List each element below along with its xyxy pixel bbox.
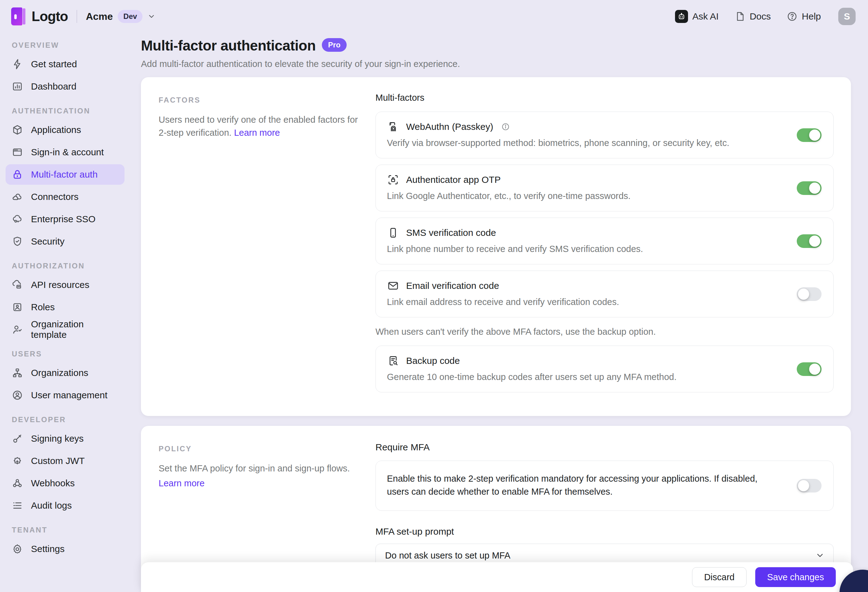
- factor-backup-code: Backup code Generate 10 one-time backup …: [375, 346, 834, 392]
- section-label: AUTHENTICATION: [12, 107, 124, 115]
- user-avatar[interactable]: S: [838, 8, 856, 25]
- section-label: OVERVIEW: [12, 41, 124, 50]
- sidebar-item-security[interactable]: Security: [6, 231, 124, 252]
- sidebar: OVERVIEW Get started Dashboard AUTHENTIC…: [0, 33, 130, 592]
- section-label: DEVELOPER: [12, 415, 124, 424]
- lightning-icon: [12, 59, 23, 70]
- sidebar-item-get-started[interactable]: Get started: [6, 54, 124, 74]
- sidebar-item-dashboard[interactable]: Dashboard: [6, 76, 124, 97]
- factor-description: Link Google Authenticator, etc., to veri…: [387, 191, 784, 201]
- require-mfa-description: Enable this to make 2-step verification …: [387, 472, 778, 498]
- person-check-icon: [12, 324, 23, 335]
- sidebar-item-label: Security: [31, 236, 65, 247]
- help-circle-icon: [787, 11, 797, 22]
- discard-button[interactable]: Discard: [692, 567, 747, 587]
- ask-ai-icon: [675, 10, 688, 23]
- page-header: Multi-factor authenticationPro Add multi…: [141, 37, 851, 69]
- chevron-down-icon: [815, 551, 825, 560]
- factors-card: FACTORS Users need to verify one of the …: [141, 77, 851, 416]
- webauthn-toggle[interactable]: [797, 128, 822, 142]
- sidebar-item-signing-keys[interactable]: Signing keys: [6, 428, 124, 449]
- factor-name: Authenticator app OTP: [406, 175, 500, 185]
- mfa-setup-prompt-label: MFA set-up prompt: [375, 526, 834, 537]
- info-icon[interactable]: [501, 123, 510, 131]
- env-badge: Dev: [118, 10, 143, 23]
- topbar-actions: Ask AI Docs Help S: [675, 8, 856, 25]
- sidebar-item-label: Dashboard: [31, 81, 77, 92]
- sidebar-item-label: Organizations: [31, 368, 88, 378]
- key-icon: [12, 433, 23, 444]
- email-toggle[interactable]: [797, 287, 822, 301]
- sidebar-item-sign-in-account[interactable]: Sign-in & account: [6, 142, 124, 163]
- webhook-icon: [12, 478, 23, 489]
- factor-name: Backup code: [406, 355, 460, 366]
- sidebar-item-organization-template[interactable]: Organization template: [6, 319, 124, 340]
- sidebar-section-users: USERS Organizations User management: [6, 349, 124, 406]
- sidebar-item-label: Roles: [31, 302, 55, 312]
- bar-chart-icon: [12, 81, 23, 92]
- pro-badge: Pro: [322, 38, 347, 52]
- shield-check-icon: [12, 236, 23, 247]
- sidebar-item-label: Multi-factor auth: [31, 169, 97, 180]
- ask-ai-label: Ask AI: [692, 11, 719, 22]
- ask-ai-button[interactable]: Ask AI: [675, 10, 719, 23]
- sidebar-item-user-management[interactable]: User management: [6, 385, 124, 406]
- logo-text: Logto: [32, 9, 68, 24]
- sidebar-item-enterprise-sso[interactable]: Enterprise SSO: [6, 209, 124, 229]
- save-changes-button[interactable]: Save changes: [755, 567, 836, 587]
- sidebar-item-roles[interactable]: Roles: [6, 297, 124, 317]
- factor-description: Link phone number to receive and verify …: [387, 244, 784, 254]
- sidebar-item-label: Sign-in & account: [31, 147, 104, 157]
- sidebar-item-custom-jwt[interactable]: Custom JWT: [6, 451, 124, 471]
- sidebar-item-label: Custom JWT: [31, 456, 84, 466]
- docs-button[interactable]: Docs: [735, 11, 771, 22]
- select-value: Do not ask users to set up MFA: [385, 551, 511, 561]
- factor-name: WebAuthn (Passkey): [406, 121, 493, 132]
- sidebar-item-connectors[interactable]: Connectors: [6, 186, 124, 207]
- list-icon: [12, 500, 23, 511]
- sidebar-section-authorization: AUTHORIZATION API resources Roles Organi…: [6, 262, 124, 340]
- sidebar-item-multi-factor-auth[interactable]: Multi-factor auth: [6, 164, 124, 185]
- policy-learn-more-link[interactable]: Learn more: [159, 477, 204, 490]
- sidebar-item-webhooks[interactable]: Webhooks: [6, 473, 124, 493]
- factor-email: Email verification code Link email addre…: [375, 271, 834, 317]
- factors-card-left: FACTORS Users need to verify one of the …: [159, 91, 375, 399]
- sidebar-section-overview: OVERVIEW Get started Dashboard: [6, 41, 124, 97]
- sidebar-item-label: Get started: [31, 59, 77, 70]
- cube-icon: [12, 124, 23, 135]
- backup-code-toggle[interactable]: [797, 362, 822, 376]
- sidebar-item-api-resources[interactable]: API resources: [6, 275, 124, 295]
- authenticator-otp-toggle[interactable]: [797, 181, 822, 195]
- factor-description: Generate 10 one-time backup codes after …: [387, 372, 784, 382]
- help-button[interactable]: Help: [787, 11, 821, 22]
- main-content: Multi-factor authenticationPro Add multi…: [130, 33, 868, 592]
- lock-icon: [12, 169, 23, 180]
- tenant-selector[interactable]: Acme Dev: [86, 10, 155, 23]
- page-title: Multi-factor authentication: [141, 37, 316, 53]
- sidebar-item-settings[interactable]: Settings: [6, 539, 124, 559]
- factor-authenticator-otp: Authenticator app OTP Link Google Authen…: [375, 164, 834, 212]
- logo[interactable]: Logto: [11, 7, 68, 25]
- sidebar-item-label: API resources: [31, 280, 89, 290]
- sms-toggle[interactable]: [797, 234, 822, 248]
- sidebar-item-label: Enterprise SSO: [31, 214, 95, 224]
- factors-section-description: Users need to verify one of the enabled …: [159, 113, 360, 139]
- section-label: TENANT: [12, 526, 124, 534]
- sidebar-item-audit-logs[interactable]: Audit logs: [6, 495, 124, 516]
- chevron-down-icon: [148, 12, 155, 21]
- multi-factors-label: Multi-factors: [375, 93, 834, 103]
- backup-note: When users can't verify the above MFA fa…: [375, 327, 834, 337]
- browser-window-icon: [12, 147, 23, 158]
- require-mfa-label: Require MFA: [375, 442, 834, 453]
- sidebar-item-label: Audit logs: [31, 500, 72, 511]
- phone-icon: [387, 226, 399, 239]
- require-mfa-toggle[interactable]: [797, 479, 822, 493]
- save-bar: Discard Save changes: [141, 562, 853, 592]
- factors-section-label: FACTORS: [159, 96, 375, 104]
- topbar-divider: [77, 10, 77, 23]
- sidebar-item-organizations[interactable]: Organizations: [6, 363, 124, 383]
- sidebar-item-label: User management: [31, 390, 108, 400]
- sidebar-item-label: Webhooks: [31, 478, 75, 488]
- sidebar-item-applications[interactable]: Applications: [6, 120, 124, 140]
- factors-learn-more-link[interactable]: Learn more: [234, 128, 280, 138]
